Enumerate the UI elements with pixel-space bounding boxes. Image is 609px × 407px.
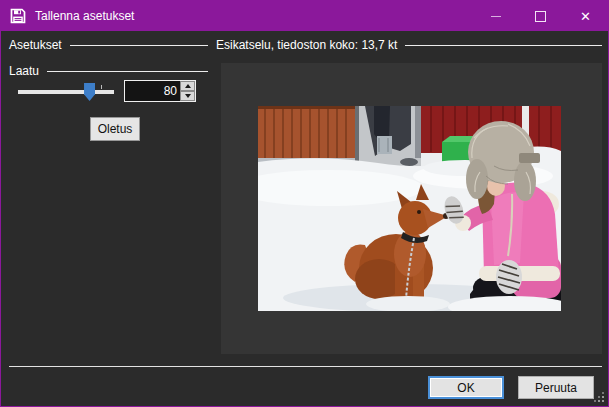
gate [355,106,421,166]
header-rule [70,45,208,46]
spinner-buttons [180,81,195,101]
save-settings-dialog: Tallenna asetukset ✕ Asetukset Laatu 80 [0,0,609,407]
default-button[interactable]: Oletus [90,117,140,141]
save-floppy-icon [10,8,26,24]
maximize-icon [535,11,546,22]
quality-label: Laatu [9,64,39,78]
spin-up-button[interactable] [180,81,195,91]
close-icon: ✕ [580,10,591,23]
preview-header-label: Esikatselu, tiedoston koko: 13,7 kt [216,38,397,52]
cancel-button[interactable]: Peruuta [518,376,594,399]
settings-group-label: Asetukset [9,38,62,52]
window-controls: ✕ [473,1,608,31]
header-rule [405,45,602,46]
minimize-icon [491,16,501,17]
quality-slider-thumb[interactable] [84,83,95,101]
window-title: Tallenna asetukset [35,9,134,23]
footer-separator [9,366,602,367]
preview-header: Esikatselu, tiedoston koko: 13,7 kt [216,38,602,52]
arrow-up-icon [185,84,191,88]
quality-spinbox[interactable]: 80 [124,80,196,102]
quality-group-header: Laatu [9,64,208,78]
slider-track[interactable] [18,90,114,94]
ok-button[interactable]: OK [428,376,504,399]
quality-value[interactable]: 80 [125,81,180,101]
resize-grip[interactable] [602,400,604,402]
arrow-down-icon [185,94,191,98]
title-bar: Tallenna asetukset ✕ [1,1,608,31]
maximize-button[interactable] [518,1,563,31]
slider-tick [101,85,102,89]
header-rule [47,71,208,72]
preview-panel [221,63,602,354]
spin-down-button[interactable] [180,91,195,101]
quality-slider[interactable] [18,82,114,102]
minimize-button[interactable] [473,1,518,31]
close-button[interactable]: ✕ [563,1,608,31]
settings-group-header: Asetukset [9,38,208,52]
preview-photo [258,106,561,311]
preview-photo-svg [258,106,561,311]
